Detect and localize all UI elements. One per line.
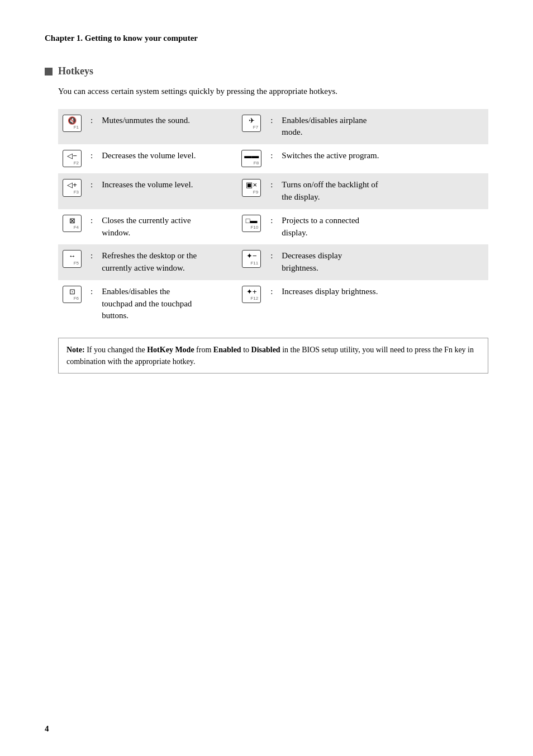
hotkey-icon-right-3: □▬F10 [237,209,266,245]
colon-right-0: : [266,109,277,145]
colon-left-0: : [86,109,97,145]
colon-right-2: : [266,173,277,209]
colon-right-5: : [266,280,277,328]
hotkey-icon-right-2: ▣×F9 [237,173,266,209]
hotkey-desc-left-3: Closes the currently active window. [97,209,220,245]
hotkey-desc-left-1: Decreases the volume level. [97,144,220,173]
hotkey-desc-right-1: Switches the active program. [277,144,488,173]
hotkey-icon-left-3: ⊠F4 [58,209,86,245]
page-number: 4 [45,724,49,734]
colon-right-3: : [266,209,277,245]
hotkey-icon-right-5: ✦+F12 [237,280,266,328]
spacer-2 [220,173,237,209]
colon-left-2: : [86,173,97,209]
colon-left-5: : [86,280,97,328]
table-row: ↔F5:Refreshes the desktop or the current… [58,244,488,280]
section-title: Hotkeys [58,65,93,77]
hotkey-icon-left-2: ◁+F3 [58,173,86,209]
hotkey-desc-right-2: Turns on/off the backlight of the displa… [277,173,488,209]
table-row: 🔇F1:Mutes/unmutes the sound.✈F7:Enables/… [58,109,488,145]
hotkey-desc-right-0: Enables/disables airplane mode. [277,109,488,145]
table-row: ⊠F4:Closes the currently active window.□… [58,209,488,245]
hotkey-desc-left-4: Refreshes the desktop or the currently a… [97,244,220,280]
note-box: Note: If you changed the HotKey Mode fro… [58,338,488,374]
hotkeys-table: 🔇F1:Mutes/unmutes the sound.✈F7:Enables/… [58,109,488,328]
hotkey-desc-left-2: Increases the volume level. [97,173,220,209]
hotkey-icon-right-0: ✈F7 [237,109,266,145]
hotkey-desc-left-0: Mutes/unmutes the sound. [97,109,220,145]
spacer-4 [220,244,237,280]
chapter-title: Chapter 1. Getting to know your computer [45,34,488,43]
hotkey-icon-left-0: 🔇F1 [58,109,86,145]
section-icon [45,68,53,75]
colon-left-4: : [86,244,97,280]
spacer-0 [220,109,237,145]
colon-right-1: : [266,144,277,173]
spacer-5 [220,280,237,328]
colon-left-1: : [86,144,97,173]
hotkey-desc-right-3: Projects to a connected display. [277,209,488,245]
table-row: ◁+F3:Increases the volume level.▣×F9:Tur… [58,173,488,209]
hotkey-icon-left-5: ⊡F6 [58,280,86,328]
hotkey-desc-left-5: Enables/disables the touchpad and the to… [97,280,220,328]
hotkey-desc-right-4: Decreases display brightness. [277,244,488,280]
hotkey-desc-right-5: Increases display brightness. [277,280,488,328]
table-row: ⊡F6:Enables/disables the touchpad and th… [58,280,488,328]
table-row: ◁−F2:Decreases the volume level.▬▬F8:Swi… [58,144,488,173]
intro-text: You can access certain system settings q… [58,85,488,98]
hotkey-icon-left-1: ◁−F2 [58,144,86,173]
hotkey-icon-right-4: ✦−F11 [237,244,266,280]
hotkey-icon-left-4: ↔F5 [58,244,86,280]
note-text: If you changed the HotKey Mode from Enab… [66,346,474,366]
spacer-1 [220,144,237,173]
colon-left-3: : [86,209,97,245]
hotkey-icon-right-1: ▬▬F8 [237,144,266,173]
colon-right-4: : [266,244,277,280]
spacer-3 [220,209,237,245]
note-label: Note: [66,346,85,354]
